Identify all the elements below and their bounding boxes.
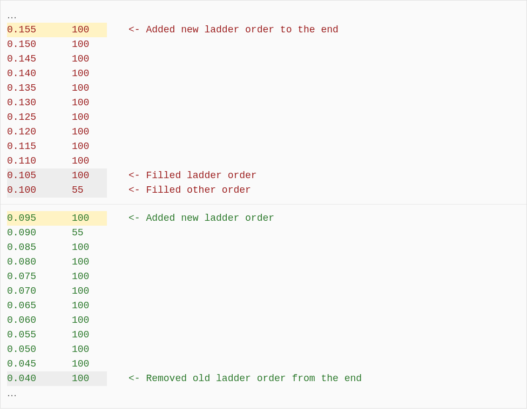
qty-value: 100 [72,154,89,168]
price-qty-cell: 0.115100 [7,139,107,154]
price-value: 0.095 [7,211,72,226]
price-qty-cell: 0.065100 [7,299,107,313]
price-qty-cell: 0.130100 [7,96,107,110]
price-qty-cell: 0.050100 [7,342,107,357]
price-value: 0.055 [7,328,72,342]
qty-value: 100 [72,66,89,81]
bids-row: 0.09055 [7,226,520,240]
price-value: 0.115 [7,139,72,154]
row-annotation: <- Filled ladder order [107,168,257,183]
price-qty-cell: 0.045100 [7,357,107,371]
qty-value: 100 [72,328,89,342]
bids-row: 0.055100 [7,328,520,342]
price-qty-cell: 0.135100 [7,81,107,96]
bids-row: 0.065100 [7,299,520,313]
price-value: 0.075 [7,269,72,284]
price-value: 0.085 [7,240,72,255]
row-annotation: <- Added new ladder order to the end [107,23,339,37]
price-qty-cell: 0.060100 [7,313,107,328]
price-value: 0.140 [7,66,72,81]
qty-value: 100 [72,96,89,110]
price-value: 0.065 [7,299,72,313]
bids-row: 0.050100 [7,342,520,357]
price-value: 0.040 [7,371,72,386]
qty-value: 100 [72,23,89,37]
qty-value: 55 [72,183,84,198]
price-qty-cell: 0.145100 [7,52,107,66]
bids-row: 0.095100<- Added new ladder order [7,211,520,226]
bids-row: 0.080100 [7,255,520,269]
qty-value: 100 [72,168,89,183]
price-qty-cell: 0.09055 [7,226,107,240]
price-value: 0.070 [7,284,72,299]
asks-row: 0.135100 [7,81,520,96]
bids-rows: 0.095100<- Added new ladder order0.09055… [7,211,520,386]
ellipsis-bottom: … [7,386,520,401]
asks-row: 0.120100 [7,125,520,139]
qty-value: 100 [72,357,89,371]
spread-divider [1,204,526,205]
price-qty-cell: 0.070100 [7,284,107,299]
ellipsis-top: … [7,8,520,23]
price-value: 0.125 [7,110,72,125]
bids-row: 0.045100 [7,357,520,371]
price-value: 0.090 [7,226,72,240]
price-qty-cell: 0.110100 [7,154,107,168]
qty-value: 100 [72,299,89,313]
bids-row: 0.075100 [7,269,520,284]
price-value: 0.155 [7,23,72,37]
price-qty-cell: 0.140100 [7,66,107,81]
qty-value: 55 [72,226,84,240]
asks-rows: 0.155100<- Added new ladder order to the… [7,23,520,198]
bids-row: 0.070100 [7,284,520,299]
qty-value: 100 [72,255,89,269]
price-value: 0.060 [7,313,72,328]
qty-value: 100 [72,37,89,52]
price-qty-cell: 0.120100 [7,125,107,139]
price-qty-cell: 0.095100 [7,211,107,226]
price-qty-cell: 0.075100 [7,269,107,284]
price-value: 0.045 [7,357,72,371]
qty-value: 100 [72,269,89,284]
qty-value: 100 [72,211,89,226]
qty-value: 100 [72,342,89,357]
qty-value: 100 [72,110,89,125]
price-value: 0.105 [7,168,72,183]
price-qty-cell: 0.040100 [7,371,107,386]
row-annotation: <- Filled other order [107,183,251,198]
price-qty-cell: 0.155100 [7,23,107,37]
price-value: 0.110 [7,154,72,168]
price-qty-cell: 0.105100 [7,168,107,183]
price-value: 0.050 [7,342,72,357]
price-qty-cell: 0.10055 [7,183,107,198]
price-value: 0.080 [7,255,72,269]
asks-row: 0.145100 [7,52,520,66]
qty-value: 100 [72,371,89,386]
qty-value: 100 [72,313,89,328]
asks-row: 0.10055<- Filled other order [7,183,520,198]
asks-section: … 0.155100<- Added new ladder order to t… [7,6,520,200]
price-value: 0.100 [7,183,72,198]
row-annotation: <- Added new ladder order [107,211,274,226]
price-qty-cell: 0.055100 [7,328,107,342]
bids-row: 0.085100 [7,240,520,255]
row-annotation: <- Removed old ladder order from the end [107,371,362,386]
qty-value: 100 [72,139,89,154]
price-value: 0.130 [7,96,72,110]
asks-row: 0.155100<- Added new ladder order to the… [7,23,520,37]
bids-row: 0.060100 [7,313,520,328]
asks-row: 0.105100<- Filled ladder order [7,168,520,183]
asks-row: 0.115100 [7,139,520,154]
price-qty-cell: 0.080100 [7,255,107,269]
qty-value: 100 [72,125,89,139]
qty-value: 100 [72,52,89,66]
bids-row: 0.040100<- Removed old ladder order from… [7,371,520,386]
price-qty-cell: 0.125100 [7,110,107,125]
order-book-diagram: … 0.155100<- Added new ladder order to t… [0,0,527,409]
asks-row: 0.150100 [7,37,520,52]
asks-row: 0.110100 [7,154,520,168]
price-qty-cell: 0.150100 [7,37,107,52]
price-value: 0.150 [7,37,72,52]
qty-value: 100 [72,81,89,96]
qty-value: 100 [72,240,89,255]
